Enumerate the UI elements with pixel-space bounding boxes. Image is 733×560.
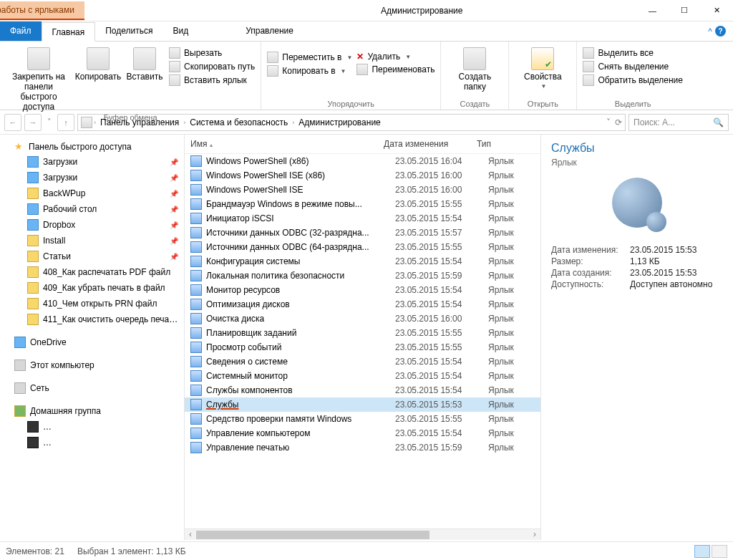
recent-locations-button[interactable]: ˅: [44, 114, 54, 131]
file-row[interactable]: Планировщик заданий23.05.2015 15:55Ярлык: [185, 326, 540, 340]
nav-item[interactable]: Dropbox📌: [0, 217, 184, 233]
file-row[interactable]: Локальная политика безопасности23.05.201…: [185, 269, 540, 283]
forward-button[interactable]: →: [24, 114, 42, 131]
horizontal-scrollbar[interactable]: ‹ ›: [185, 528, 540, 540]
file-row[interactable]: Источники данных ODBC (32-разрядна...23.…: [185, 226, 540, 240]
properties-button[interactable]: ✔ Свойства▼: [515, 44, 571, 90]
maximize-button[interactable]: ☐: [669, 1, 701, 21]
tab-share[interactable]: Поделиться: [95, 21, 162, 41]
col-name[interactable]: Имя▴: [190, 139, 384, 149]
new-folder-button[interactable]: Создать папку: [447, 44, 503, 92]
file-row[interactable]: Сведения о системе23.05.2015 15:54Ярлык: [185, 354, 540, 369]
nav-item-label: 408_Как распечатать PDF файл: [43, 267, 170, 277]
crumb[interactable]: Панель управления: [97, 117, 182, 127]
file-row[interactable]: Инициатор iSCSI23.05.2015 15:54Ярлык: [185, 211, 540, 226]
scroll-right-button[interactable]: ›: [529, 529, 540, 540]
ribbon-collapse[interactable]: ^?: [701, 21, 733, 41]
refresh-button[interactable]: ⟳: [615, 117, 622, 127]
file-row[interactable]: Службы компонентов23.05.2015 15:54Ярлык: [185, 383, 540, 397]
nav-item[interactable]: 408_Как распечатать PDF файл: [0, 264, 184, 280]
column-headers[interactable]: Имя▴ Дата изменения Тип: [185, 135, 540, 154]
select-none-button[interactable]: Снять выделение: [583, 61, 683, 72]
tab-home[interactable]: Главная: [42, 22, 96, 42]
cut-button[interactable]: Вырезать: [169, 47, 255, 59]
nav-item[interactable]: BackWPup📌: [0, 185, 184, 201]
view-details-button[interactable]: [694, 545, 710, 558]
scroll-left-button[interactable]: ‹: [185, 529, 196, 540]
file-row[interactable]: Системный монитор23.05.2015 15:54Ярлык: [185, 369, 540, 383]
nav-item[interactable]: Рабочий стол📌: [0, 201, 184, 217]
nav-homegroup[interactable]: Домашняя группа: [0, 403, 184, 419]
delete-button[interactable]: ✕Удалить▼: [356, 52, 435, 62]
file-row[interactable]: Средство проверки памяти Windows23.05.20…: [185, 412, 540, 426]
file-type: Ярлык: [488, 400, 535, 410]
pin-to-quick-access-button[interactable]: Закрепить на панели быстрого доступа: [6, 44, 72, 112]
file-type: Ярлык: [488, 428, 535, 438]
select-all-button[interactable]: Выделить все: [583, 47, 683, 59]
file-row[interactable]: Управление печатью23.05.2015 15:59Ярлык: [185, 440, 540, 455]
nav-homegroup-user[interactable]: …: [0, 419, 184, 435]
col-type[interactable]: Тип: [477, 139, 535, 149]
copy-to-icon: [267, 65, 278, 77]
nav-homegroup-user[interactable]: …: [0, 435, 184, 450]
close-button[interactable]: ✕: [701, 1, 733, 21]
file-row[interactable]: Монитор ресурсов23.05.2015 15:54Ярлык: [185, 283, 540, 297]
copy-to-button[interactable]: Копировать в▼: [267, 65, 352, 77]
nav-item[interactable]: Статьи📌: [0, 248, 184, 264]
file-row[interactable]: Просмотр событий23.05.2015 15:55Ярлык: [185, 340, 540, 354]
up-button[interactable]: ↑: [57, 114, 74, 131]
shortcut-icon: [190, 227, 202, 238]
file-row[interactable]: Конфигурация системы23.05.2015 15:54Ярлы…: [185, 254, 540, 269]
breadcrumb[interactable]: › Панель управления› Система и безопасно…: [77, 114, 626, 131]
file-row[interactable]: Windows PowerShell ISE (x86)23.05.2015 1…: [185, 168, 540, 183]
file-name: Инициатор iSCSI: [206, 213, 395, 223]
file-rows[interactable]: Windows PowerShell (x86)23.05.2015 16:04…: [185, 154, 540, 528]
file-row[interactable]: Управление компьютером23.05.2015 15:54Яр…: [185, 426, 540, 440]
crumb[interactable]: Администрирование: [296, 117, 383, 127]
tab-manage[interactable]: Управление: [236, 21, 304, 41]
navigation-pane[interactable]: ★ Панель быстрого доступа Загрузки📌Загру…: [0, 135, 185, 540]
file-date: 23.05.2015 16:00: [395, 314, 488, 324]
invert-selection-button[interactable]: Обратить выделение: [583, 74, 683, 86]
nav-item[interactable]: Install📌: [0, 233, 184, 248]
scroll-thumb[interactable]: [196, 531, 429, 539]
nav-onedrive[interactable]: OneDrive: [0, 334, 184, 350]
tab-view[interactable]: Вид: [162, 21, 198, 41]
paste-button[interactable]: Вставить: [125, 44, 165, 82]
copy-path-button[interactable]: Скопировать путь: [169, 61, 255, 72]
nav-item-label: 410_Чем открыть PRN файл: [43, 299, 157, 309]
detail-property: Дата создания:23.05.2015 15:53: [551, 268, 723, 278]
nav-quick-access[interactable]: ★ Панель быстрого доступа: [0, 139, 184, 154]
back-button[interactable]: ←: [4, 114, 21, 131]
copy-button[interactable]: Копировать: [76, 44, 120, 82]
file-row[interactable]: Windows PowerShell (x86)23.05.2015 16:04…: [185, 154, 540, 168]
nav-item[interactable]: 409_Как убрать печать в файл: [0, 280, 184, 296]
help-icon[interactable]: ?: [715, 26, 726, 37]
search-input[interactable]: Поиск: А... 🔍: [628, 114, 729, 131]
rename-button[interactable]: Переименовать: [356, 64, 435, 75]
move-to-button[interactable]: Переместить в▼: [267, 52, 352, 63]
file-row[interactable]: Windows PowerShell ISE23.05.2015 16:00Яр…: [185, 183, 540, 197]
nav-item[interactable]: 411_Как очистить очередь печа…: [0, 312, 184, 327]
file-row[interactable]: Службы23.05.2015 15:53Ярлык: [185, 397, 540, 412]
tab-file[interactable]: Файл: [0, 21, 42, 41]
crumb[interactable]: Система и безопасность: [187, 117, 291, 127]
file-row[interactable]: Источники данных ODBC (64-разрядна...23.…: [185, 240, 540, 254]
file-row[interactable]: Оптимизация дисков23.05.2015 15:54Ярлык: [185, 297, 540, 312]
file-row[interactable]: Брандмауэр Windows в режиме повы...23.05…: [185, 197, 540, 211]
new-folder-label: Создать папку: [447, 72, 503, 92]
nav-network[interactable]: Сеть: [0, 380, 184, 396]
star-icon: ★: [14, 141, 23, 152]
nav-item-label: Рабочий стол: [43, 204, 97, 214]
minimize-button[interactable]: —: [636, 1, 669, 21]
contextual-tab-shortcut-tools[interactable]: Средства работы с ярлыками: [0, 1, 84, 20]
file-row[interactable]: Очистка диска23.05.2015 16:00Ярлык: [185, 312, 540, 326]
nav-item[interactable]: Загрузки📌: [0, 154, 184, 170]
nav-item[interactable]: 410_Чем открыть PRN файл: [0, 296, 184, 312]
paste-shortcut-button[interactable]: Вставить ярлык: [169, 74, 255, 86]
col-date[interactable]: Дата изменения: [384, 139, 477, 149]
nav-this-pc[interactable]: Этот компьютер: [0, 357, 184, 373]
nav-item[interactable]: Загрузки📌: [0, 170, 184, 185]
view-thumbnails-button[interactable]: [712, 545, 727, 558]
file-name: Службы компонентов: [206, 385, 395, 395]
